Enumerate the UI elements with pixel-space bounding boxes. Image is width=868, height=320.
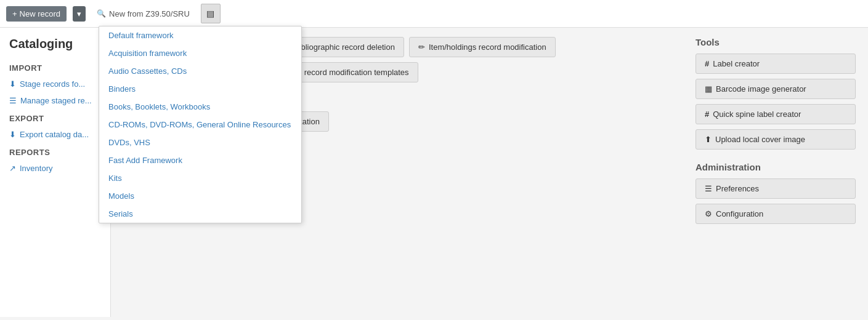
framework-dropdown: Default framework Acquisition framework … [99, 26, 302, 223]
dropdown-item-audio-cassettes[interactable]: Audio Cassettes, CDs [99, 62, 301, 80]
new-record-button[interactable]: + New record [6, 6, 67, 22]
icon-toolbar-button[interactable]: ▤ [201, 4, 221, 23]
dropdown-item-serials[interactable]: Serials [99, 205, 301, 223]
dropdown-item-fast-add[interactable]: Fast Add Framework [99, 151, 301, 169]
item-modification-btn[interactable]: ✏ Item/holdings record modification [409, 37, 556, 57]
barcode-icon: ▦ [705, 84, 712, 94]
upload-icon: ⬆ [705, 135, 712, 144]
sidebar-title: Cataloging [0, 34, 110, 58]
plus-icon: + [12, 9, 17, 18]
dropdown-item-models[interactable]: Models [99, 187, 301, 205]
dropdown-item-dvds[interactable]: DVDs, VHS [99, 134, 301, 151]
tools-buttons: # Label creator ▦ Barcode image generato… [696, 54, 856, 150]
new-record-dropdown-arrow[interactable]: ▾ [73, 6, 86, 22]
chart-icon: ↗ [9, 164, 16, 173]
label-creator-btn[interactable]: # Label creator [696, 54, 856, 74]
sidebar-item-manage-staged[interactable]: ☰ Manage staged re... [0, 92, 110, 109]
administration-title: Administration [696, 162, 856, 172]
sidebar-section-import: Import [0, 58, 110, 76]
hash2-icon: # [705, 110, 709, 119]
sidebar-item-inventory[interactable]: ↗ Inventory [0, 160, 110, 177]
tools-section: Tools # Label creator ▦ Barcode image ge… [696, 37, 856, 150]
sidebar-item-stage-records[interactable]: ⬇ Stage records fo... [0, 76, 110, 92]
sidebar-section-reports: Reports [0, 143, 110, 160]
new-from-sru-button[interactable]: 🔍 New from Z39.50/SRU [92, 6, 195, 22]
dropdown-item-kits[interactable]: Kits [99, 169, 301, 187]
administration-section: Administration ☰ Preferences ⚙ Configura… [696, 162, 856, 224]
catalog-right: Tools # Label creator ▦ Barcode image ge… [696, 37, 856, 236]
upload-cover-image-btn[interactable]: ⬆ Upload local cover image [696, 129, 856, 150]
admin-buttons: ☰ Preferences ⚙ Configuration [696, 178, 856, 224]
tools-title: Tools [696, 37, 856, 47]
toolbar: + New record ▾ 🔍 New from Z39.50/SRU ▤ D… [0, 0, 868, 28]
table-icon: ▤ [206, 9, 214, 18]
gear-icon: ⚙ [705, 209, 712, 218]
pencil2-icon: ✏ [418, 42, 425, 52]
dropdown-item-acquisition-framework[interactable]: Acquisition framework [99, 44, 301, 62]
dropdown-item-cdroms[interactable]: CD-ROMs, DVD-ROMs, General Online Resour… [99, 116, 301, 134]
sidebar-item-export-catalog[interactable]: ⬇ Export catalog da... [0, 126, 110, 143]
sidebar-section-export: Export [0, 109, 110, 126]
export-icon: ⬇ [9, 130, 16, 139]
configuration-btn[interactable]: ⚙ Configuration [696, 204, 856, 224]
download-icon: ⬇ [9, 79, 16, 89]
search-icon: 🔍 [97, 9, 106, 18]
new-from-sru-label: New from Z39.50/SRU [109, 9, 190, 18]
dropdown-item-binders[interactable]: Binders [99, 80, 301, 98]
list-icon: ☰ [9, 96, 17, 105]
quick-spine-label-btn[interactable]: # Quick spine label creator [696, 104, 856, 124]
sidebar: Cataloging Import ⬇ Stage records fo... … [0, 28, 111, 317]
dropdown-item-default-framework[interactable]: Default framework [99, 26, 301, 44]
barcode-image-generator-btn[interactable]: ▦ Barcode image generator [696, 79, 856, 99]
prefs-icon: ☰ [705, 184, 712, 193]
new-record-label: New record [20, 9, 60, 18]
preferences-btn[interactable]: ☰ Preferences [696, 178, 856, 199]
hash-icon: # [705, 59, 709, 68]
dropdown-item-books[interactable]: Books, Booklets, Workbooks [99, 98, 301, 116]
